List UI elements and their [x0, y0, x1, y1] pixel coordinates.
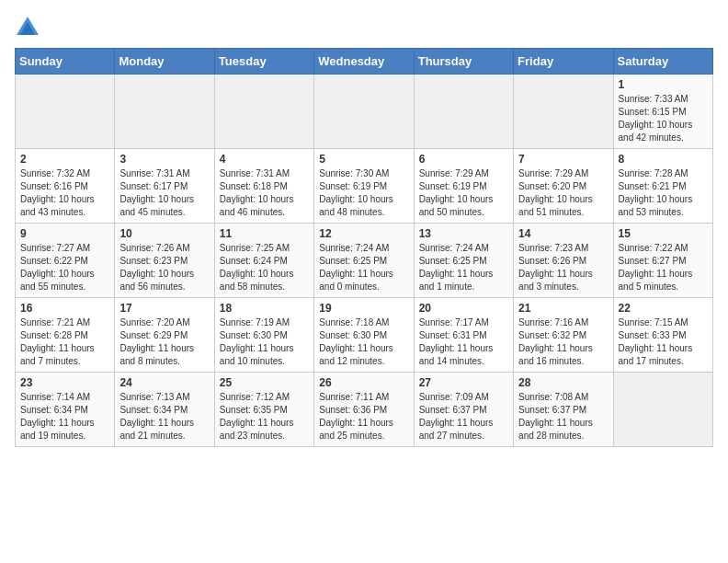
day-number: 19	[319, 302, 408, 315]
day-info: Sunrise: 7:28 AM Sunset: 6:21 PM Dayligh…	[619, 167, 708, 219]
calendar-cell	[16, 75, 115, 149]
calendar-cell: 13Sunrise: 7:24 AM Sunset: 6:25 PM Dayli…	[414, 224, 513, 298]
day-info: Sunrise: 7:08 AM Sunset: 6:37 PM Dayligh…	[518, 391, 608, 442]
calendar-cell: 23Sunrise: 7:14 AM Sunset: 6:34 PM Dayli…	[16, 373, 115, 447]
day-info: Sunrise: 7:24 AM Sunset: 6:25 PM Dayligh…	[419, 242, 508, 293]
calendar-cell: 12Sunrise: 7:24 AM Sunset: 6:25 PM Dayli…	[314, 224, 414, 298]
day-info: Sunrise: 7:15 AM Sunset: 6:33 PM Dayligh…	[619, 316, 708, 368]
day-number: 28	[518, 376, 608, 389]
day-number: 8	[619, 153, 708, 166]
day-number: 17	[119, 302, 209, 315]
calendar-cell	[514, 75, 613, 149]
calendar-header-saturday: Saturday	[613, 49, 712, 75]
calendar-cell: 27Sunrise: 7:09 AM Sunset: 6:37 PM Dayli…	[414, 373, 513, 447]
calendar-header-sunday: Sunday	[16, 49, 115, 75]
calendar-cell: 16Sunrise: 7:21 AM Sunset: 6:28 PM Dayli…	[16, 298, 115, 373]
calendar-cell	[214, 75, 313, 149]
day-info: Sunrise: 7:25 AM Sunset: 6:24 PM Dayligh…	[220, 242, 309, 293]
calendar-cell	[414, 75, 513, 149]
day-info: Sunrise: 7:19 AM Sunset: 6:30 PM Dayligh…	[220, 316, 309, 368]
calendar-header-wednesday: Wednesday	[314, 49, 414, 75]
calendar-cell: 15Sunrise: 7:22 AM Sunset: 6:27 PM Dayli…	[613, 224, 712, 298]
calendar-cell: 20Sunrise: 7:17 AM Sunset: 6:31 PM Dayli…	[414, 298, 513, 373]
calendar: SundayMondayTuesdayWednesdayThursdayFrid…	[15, 48, 713, 447]
calendar-cell: 10Sunrise: 7:26 AM Sunset: 6:23 PM Dayli…	[115, 224, 214, 298]
calendar-cell: 28Sunrise: 7:08 AM Sunset: 6:37 PM Dayli…	[514, 373, 613, 447]
day-info: Sunrise: 7:21 AM Sunset: 6:28 PM Dayligh…	[20, 316, 109, 368]
day-number: 18	[220, 302, 309, 315]
day-info: Sunrise: 7:16 AM Sunset: 6:32 PM Dayligh…	[518, 316, 608, 368]
day-info: Sunrise: 7:14 AM Sunset: 6:34 PM Dayligh…	[20, 391, 109, 442]
calendar-cell: 5Sunrise: 7:30 AM Sunset: 6:19 PM Daylig…	[314, 149, 414, 224]
calendar-cell: 17Sunrise: 7:20 AM Sunset: 6:29 PM Dayli…	[115, 298, 214, 373]
calendar-week-2: 2Sunrise: 7:32 AM Sunset: 6:16 PM Daylig…	[16, 149, 713, 224]
day-number: 26	[319, 376, 408, 389]
calendar-header-row: SundayMondayTuesdayWednesdayThursdayFrid…	[16, 49, 713, 75]
day-number: 22	[619, 302, 708, 315]
calendar-week-4: 16Sunrise: 7:21 AM Sunset: 6:28 PM Dayli…	[16, 298, 713, 373]
day-number: 1	[619, 78, 708, 91]
calendar-week-3: 9Sunrise: 7:27 AM Sunset: 6:22 PM Daylig…	[16, 224, 713, 298]
calendar-cell: 8Sunrise: 7:28 AM Sunset: 6:21 PM Daylig…	[613, 149, 712, 224]
day-info: Sunrise: 7:20 AM Sunset: 6:29 PM Dayligh…	[119, 316, 209, 368]
calendar-cell: 9Sunrise: 7:27 AM Sunset: 6:22 PM Daylig…	[16, 224, 115, 298]
day-number: 6	[419, 153, 508, 166]
day-info: Sunrise: 7:30 AM Sunset: 6:19 PM Dayligh…	[319, 167, 408, 219]
calendar-cell: 3Sunrise: 7:31 AM Sunset: 6:17 PM Daylig…	[115, 149, 214, 224]
calendar-cell: 14Sunrise: 7:23 AM Sunset: 6:26 PM Dayli…	[514, 224, 613, 298]
day-number: 9	[20, 227, 109, 240]
day-number: 24	[119, 376, 209, 389]
day-number: 15	[619, 227, 708, 240]
logo-icon	[15, 15, 40, 40]
calendar-week-1: 1Sunrise: 7:33 AM Sunset: 6:15 PM Daylig…	[16, 75, 713, 149]
calendar-cell	[115, 75, 214, 149]
day-info: Sunrise: 7:31 AM Sunset: 6:18 PM Dayligh…	[220, 167, 309, 219]
day-info: Sunrise: 7:13 AM Sunset: 6:34 PM Dayligh…	[119, 391, 209, 442]
day-info: Sunrise: 7:11 AM Sunset: 6:36 PM Dayligh…	[319, 391, 408, 442]
calendar-cell: 26Sunrise: 7:11 AM Sunset: 6:36 PM Dayli…	[314, 373, 414, 447]
day-info: Sunrise: 7:23 AM Sunset: 6:26 PM Dayligh…	[518, 242, 608, 293]
calendar-header-thursday: Thursday	[414, 49, 513, 75]
calendar-cell: 2Sunrise: 7:32 AM Sunset: 6:16 PM Daylig…	[16, 149, 115, 224]
day-number: 11	[220, 227, 309, 240]
calendar-header-tuesday: Tuesday	[214, 49, 313, 75]
day-number: 2	[20, 153, 109, 166]
day-info: Sunrise: 7:31 AM Sunset: 6:17 PM Dayligh…	[119, 167, 209, 219]
day-info: Sunrise: 7:09 AM Sunset: 6:37 PM Dayligh…	[419, 391, 508, 442]
calendar-cell: 25Sunrise: 7:12 AM Sunset: 6:35 PM Dayli…	[214, 373, 313, 447]
logo	[15, 15, 44, 40]
calendar-header-monday: Monday	[115, 49, 214, 75]
calendar-cell: 1Sunrise: 7:33 AM Sunset: 6:15 PM Daylig…	[613, 75, 712, 149]
day-number: 21	[518, 302, 608, 315]
calendar-cell: 4Sunrise: 7:31 AM Sunset: 6:18 PM Daylig…	[214, 149, 313, 224]
day-info: Sunrise: 7:24 AM Sunset: 6:25 PM Dayligh…	[319, 242, 408, 293]
day-number: 27	[419, 376, 508, 389]
day-info: Sunrise: 7:18 AM Sunset: 6:30 PM Dayligh…	[319, 316, 408, 368]
day-number: 7	[518, 153, 608, 166]
day-info: Sunrise: 7:22 AM Sunset: 6:27 PM Dayligh…	[619, 242, 708, 293]
calendar-cell	[314, 75, 414, 149]
day-info: Sunrise: 7:33 AM Sunset: 6:15 PM Dayligh…	[619, 93, 708, 144]
day-number: 3	[119, 153, 209, 166]
calendar-cell: 7Sunrise: 7:29 AM Sunset: 6:20 PM Daylig…	[514, 149, 613, 224]
calendar-week-5: 23Sunrise: 7:14 AM Sunset: 6:34 PM Dayli…	[16, 373, 713, 447]
day-info: Sunrise: 7:17 AM Sunset: 6:31 PM Dayligh…	[419, 316, 508, 368]
day-info: Sunrise: 7:26 AM Sunset: 6:23 PM Dayligh…	[119, 242, 209, 293]
header	[15, 15, 713, 40]
calendar-cell: 21Sunrise: 7:16 AM Sunset: 6:32 PM Dayli…	[514, 298, 613, 373]
day-info: Sunrise: 7:29 AM Sunset: 6:20 PM Dayligh…	[518, 167, 608, 219]
day-info: Sunrise: 7:12 AM Sunset: 6:35 PM Dayligh…	[220, 391, 309, 442]
calendar-cell: 24Sunrise: 7:13 AM Sunset: 6:34 PM Dayli…	[115, 373, 214, 447]
day-number: 16	[20, 302, 109, 315]
day-info: Sunrise: 7:32 AM Sunset: 6:16 PM Dayligh…	[20, 167, 109, 219]
calendar-cell	[613, 373, 712, 447]
day-number: 12	[319, 227, 408, 240]
calendar-cell: 19Sunrise: 7:18 AM Sunset: 6:30 PM Dayli…	[314, 298, 414, 373]
calendar-cell: 6Sunrise: 7:29 AM Sunset: 6:19 PM Daylig…	[414, 149, 513, 224]
calendar-header-friday: Friday	[514, 49, 613, 75]
day-number: 25	[220, 376, 309, 389]
day-number: 20	[419, 302, 508, 315]
day-number: 4	[220, 153, 309, 166]
day-number: 5	[319, 153, 408, 166]
calendar-cell: 11Sunrise: 7:25 AM Sunset: 6:24 PM Dayli…	[214, 224, 313, 298]
